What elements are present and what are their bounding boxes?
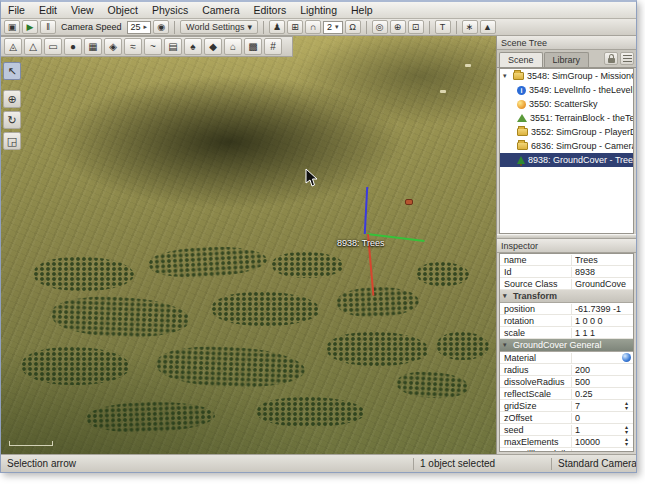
material-picker-icon[interactable] [622,353,631,362]
gizmo-z-axis[interactable] [364,187,368,234]
object-tool-icon[interactable]: ⌂ [224,38,242,55]
menu-help[interactable]: Help [344,3,380,17]
text-tool-icon[interactable]: T [435,20,451,34]
field-value-input[interactable]: 200 [572,365,633,375]
inspector-grid: name Trees Id 8938 Source Class GroundCo… [499,253,634,452]
world-settings-button[interactable]: World Settings ▾ [180,20,258,34]
field-value-input[interactable]: 0.25 [572,389,633,399]
field-value-input[interactable]: 8938 [572,267,633,277]
scale-tool-button[interactable]: ◲ [3,132,21,150]
inspector-row-sourceclass: Source Class GroundCove [500,278,633,290]
object-tool-icon[interactable]: ▩ [244,38,262,55]
field-value-input[interactable]: -61.7399 -1 [572,304,633,314]
window-layout-icon[interactable]: ▣ [4,20,20,34]
inspector-row-radius: radius 200 [500,364,633,376]
object-tool-icon[interactable]: ▤ [164,38,182,55]
menu-edit[interactable]: Edit [32,3,64,17]
bounds-snap-icon[interactable]: ⊡ [408,20,424,34]
asterisk-tool-icon[interactable]: ∗ [462,20,478,34]
object-tool-icon[interactable]: ≈ [124,38,142,55]
field-value: Trees [575,255,631,265]
field-value-input[interactable]: 10000 [572,437,633,447]
value-stepper[interactable] [622,425,631,435]
camera-speed-dropdown[interactable]: 25 ▸ [127,21,152,34]
terrain-tool-icon[interactable]: ▲ [480,20,496,34]
field-value: -61.7399 -1 [575,304,631,314]
tree-item-levelinfo[interactable]: 3549: LevelInfo - theLevelInfo [500,83,633,97]
pause-button[interactable]: ‖ [40,20,56,34]
value-stepper[interactable] [622,437,631,447]
menu-physics[interactable]: Physics [145,3,195,17]
lock-icon [608,58,615,63]
field-value-input[interactable]: 500 [572,377,633,387]
menu-object[interactable]: Object [101,3,145,17]
field-key: reflectScale [500,389,572,399]
rotate-tool-button[interactable]: ↻ [3,111,21,129]
field-value-input[interactable]: GroundCove [572,279,633,289]
field-value-input[interactable]: 90 [572,449,633,453]
field-value-input[interactable]: 1 0 0 0 [572,316,633,326]
object-tool-icon[interactable]: ◈ [104,38,122,55]
field-value-input[interactable]: 0 [572,413,633,423]
object-tool-icon[interactable]: ◆ [204,38,222,55]
field-key: name [500,255,572,265]
field-key: radius [500,365,572,375]
tree-item-camerabookmarks[interactable]: 6836: SimGroup - CameraBook [500,139,633,153]
field-key: rotation [500,316,572,326]
tree-item-groundcover-trees[interactable]: 8938: GroundCover - Trees [500,153,633,167]
select-tool-button[interactable]: ↖ [3,62,21,80]
field-value-input[interactable] [572,353,633,362]
menu-view[interactable]: View [64,3,101,17]
scene-tree-header[interactable]: Scene Tree [497,36,636,50]
tab-scene[interactable]: Scene [499,52,543,67]
tree-item-playerdroppoints[interactable]: 3552: SimGroup - PlayerDropP [500,125,633,139]
list-view-button[interactable] [620,52,634,65]
object-tool-icon[interactable]: ▦ [84,38,102,55]
tree-item-label: 3548: SimGroup - MissionGroup [527,71,633,81]
field-value-input[interactable]: 1 1 1 [572,328,633,338]
field-key: maxBillboardTiltAngle [500,449,572,453]
tab-library[interactable]: Library [544,52,590,67]
section-transform[interactable]: ▾ Transform [500,290,633,303]
lock-button[interactable] [604,52,618,65]
collapse-icon: ▾ [503,341,510,349]
world-axes-icon[interactable]: ◎ [372,20,388,34]
object-tool-icon[interactable]: ▭ [44,38,62,55]
value-stepper[interactable] [622,401,631,411]
menu-file[interactable]: File [1,3,32,17]
field-value: 0.25 [575,389,631,399]
play-button[interactable]: ▶ [22,20,38,34]
tree-item-missiongroup[interactable]: ▾ 3548: SimGroup - MissionGroup [500,69,633,83]
angle-snap-icon[interactable]: Ω [345,20,361,34]
object-tool-icon[interactable]: ◬ [4,38,22,55]
object-tool-icon[interactable]: # [264,38,282,55]
field-value-input[interactable]: 1 [572,425,633,435]
field-key: scale [500,328,572,338]
expander-icon[interactable]: ▾ [503,72,510,80]
object-tool-icon[interactable]: ~ [144,38,162,55]
object-tool-icon[interactable]: ● [64,38,82,55]
axes-gizmo-icon[interactable]: ⊕ [390,20,406,34]
grass-cluster [272,252,344,278]
menu-camera[interactable]: Camera [195,3,246,17]
grid-snap-icon[interactable]: ⊞ [287,20,303,34]
object-tool-icon[interactable]: △ [24,38,42,55]
grass-cluster [156,344,305,389]
object-tool-icon[interactable]: ♠ [184,38,202,55]
visibility-eye-icon[interactable]: ◉ [153,20,169,34]
inspector-header[interactable]: Inspector [497,239,636,253]
magnet-snap-icon[interactable]: ∩ [305,20,321,34]
tree-item-scattersky[interactable]: 3550: ScatterSky [500,97,633,111]
inspector-row-seed: seed 1 [500,424,633,436]
field-value-input[interactable]: Trees [572,255,633,265]
menu-editors[interactable]: Editors [247,3,294,17]
field-key: seed [500,425,572,435]
player-drop-icon[interactable]: ♟ [269,20,285,34]
snap-size-dropdown[interactable]: 2 ▾ [323,21,343,34]
translate-tool-button[interactable]: ⊕ [3,90,21,108]
menu-lighting[interactable]: Lighting [293,3,344,17]
viewport-3d[interactable]: ◬ △ ▭ ● ▦ ◈ ≈ ~ ▤ ♠ ◆ ⌂ ▩ # ↖ ⊕ ↻ [1,36,496,454]
field-value-input[interactable]: 7 [572,401,633,411]
section-groundcover-general[interactable]: ▾ GroundCover General [500,339,633,352]
tree-item-terrainblock[interactable]: 3551: TerrainBlock - theTerrain [500,111,633,125]
